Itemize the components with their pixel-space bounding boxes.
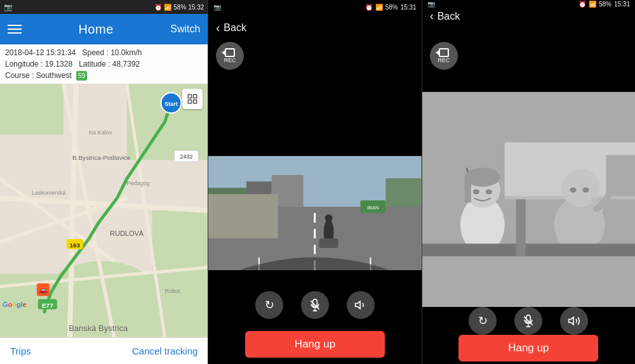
back-button-interior[interactable]: Back	[438, 11, 460, 22]
mute-button-front[interactable]	[301, 291, 329, 319]
wifi-icon-front: 📶	[375, 4, 383, 11]
alarm-icon-interior: ⏰	[578, 1, 586, 8]
svg-text:Robot: Robot	[164, 288, 180, 294]
svg-rect-5	[152, 211, 208, 274]
rec-label-front: REC	[224, 57, 236, 63]
cancel-tracking-button[interactable]: Cancel tracking	[132, 346, 197, 356]
call-interior-controls: ↻	[422, 307, 635, 335]
wifi-icon: 📶	[164, 4, 171, 11]
svg-rect-31	[194, 94, 197, 98]
latitude-label: Latitude :	[79, 60, 110, 68]
camera-icon-front: 📷	[213, 4, 221, 11]
datetime-label: 2018-04-12 15:31:34	[5, 48, 76, 57]
svg-point-68	[570, 188, 576, 193]
svg-text:RUDLOVÁ: RUDLOVÁ	[110, 230, 144, 237]
map-area[interactable]: 163 E77 Start 🚗 B.Bystrica-Podlavice RUD…	[0, 84, 208, 337]
svg-text:Pedagog: Pedagog	[127, 180, 150, 186]
map-status-bar: 📷 ⏰ 📶 58% 15:32	[0, 0, 208, 14]
back-button-front[interactable]: Back	[224, 22, 246, 34]
speed-label: Speed :	[82, 48, 108, 57]
battery-interior: 58%	[599, 1, 612, 8]
svg-marker-75	[569, 317, 574, 325]
svg-rect-33	[194, 100, 197, 103]
rec-icon-2	[439, 49, 449, 56]
course-label: Course :	[5, 71, 34, 80]
call-front-controls: ↻	[208, 283, 421, 327]
svg-rect-71	[516, 200, 525, 257]
svg-text:E77: E77	[42, 302, 53, 309]
svg-text:Laskomerská: Laskomerská	[32, 190, 65, 196]
dashcam-video: IBAN	[208, 156, 421, 270]
speaker-icon-2	[568, 315, 580, 327]
latitude-value: 48,7392	[112, 60, 140, 68]
alarm-icon-front: ⏰	[365, 4, 373, 11]
wifi-icon-interior: 📶	[589, 1, 596, 8]
clock-map: 15:32	[188, 4, 204, 11]
speed-value: 10.0km/h	[110, 48, 142, 57]
app-header: Home Switch	[0, 14, 208, 44]
battery-front: 58%	[385, 4, 398, 11]
course-badge: 59	[76, 71, 87, 81]
svg-text:Na Kalov: Na Kalov	[89, 129, 112, 136]
map-bottom-bar: Trips Cancel tracking	[0, 337, 208, 364]
rotate-button-front[interactable]: ↻	[255, 291, 283, 319]
call-panel-interior: 📷 ⏰ 📶 58% 15:31 ‹ Back REC	[422, 0, 635, 364]
rotate-icon-2: ↻	[478, 314, 488, 328]
rec-icon	[225, 49, 235, 56]
svg-text:B.Bystrica-Podlavice: B.Bystrica-Podlavice	[72, 154, 131, 161]
map-layer-button[interactable]	[182, 89, 203, 109]
hamburger-icon[interactable]	[8, 25, 22, 34]
svg-rect-32	[189, 100, 192, 103]
course-value: Southwest	[36, 71, 72, 80]
svg-text:2432: 2432	[180, 153, 192, 160]
svg-text:IBAN: IBAN	[368, 205, 380, 211]
mic-icon	[309, 299, 321, 311]
mic-icon-2	[522, 315, 535, 327]
speaker-button-interior[interactable]	[560, 307, 588, 335]
svg-point-65	[485, 190, 491, 195]
hang-up-bar-front: Hang up	[208, 327, 421, 364]
google-logo: Google	[3, 301, 27, 308]
svg-rect-40	[386, 178, 422, 207]
video-bottom-front	[208, 270, 421, 283]
clock-interior: 15:31	[614, 1, 630, 8]
svg-text:163: 163	[69, 242, 80, 249]
svg-rect-30	[189, 94, 192, 98]
svg-text:Banská Bystrica: Banská Bystrica	[69, 323, 128, 333]
call-interior-status-bar: 📷 ⏰ 📶 58% 15:31	[422, 0, 635, 8]
alarm-icon: ⏰	[154, 4, 162, 11]
switch-button[interactable]: Switch	[170, 23, 200, 35]
rec-button-interior[interactable]: REC	[430, 42, 458, 70]
hang-up-bar-interior: Hang up	[422, 335, 635, 364]
hang-up-button-front[interactable]: Hang up	[245, 331, 385, 358]
info-bar: 2018-04-12 15:31:34 Speed : 10.0km/h Lon…	[0, 44, 208, 84]
svg-rect-63	[465, 178, 471, 203]
svg-text:🚗: 🚗	[38, 285, 48, 294]
svg-rect-46	[319, 238, 338, 248]
svg-marker-52	[356, 301, 361, 309]
speaker-button-front[interactable]	[347, 291, 375, 319]
rotate-icon: ↻	[265, 298, 274, 312]
map-panel: 📷 ⏰ 📶 58% 15:32 Home Switch 2018-04-12 1…	[0, 0, 208, 364]
svg-rect-58	[606, 155, 635, 197]
svg-text:Start: Start	[164, 101, 177, 107]
rotate-button-interior[interactable]: ↻	[469, 307, 497, 335]
svg-point-45	[325, 214, 333, 222]
call-panel-front: 📷 ⏰ 📶 58% 15:31 ‹ Back REC	[208, 0, 421, 364]
svg-point-69	[582, 188, 589, 193]
rec-label-interior: REC	[438, 57, 450, 63]
battery-level: 58%	[173, 4, 186, 11]
hang-up-button-interior[interactable]: Hang up	[458, 335, 598, 361]
svg-rect-1	[0, 84, 64, 134]
svg-point-64	[473, 190, 479, 195]
speaker-icon	[354, 299, 367, 311]
longitude-label: Longitude :	[5, 60, 43, 68]
trips-button[interactable]: Trips	[10, 346, 31, 356]
longitude-value: 19,1328	[45, 60, 72, 68]
call-front-status-bar: 📷 ⏰ 📶 58% 15:31	[208, 0, 421, 14]
interior-video	[422, 92, 635, 307]
call-front-header: ‹ Back	[208, 14, 421, 42]
mute-button-interior[interactable]	[514, 307, 542, 335]
svg-rect-70	[422, 244, 635, 256]
camera-icon-interior: 📷	[427, 1, 435, 8]
